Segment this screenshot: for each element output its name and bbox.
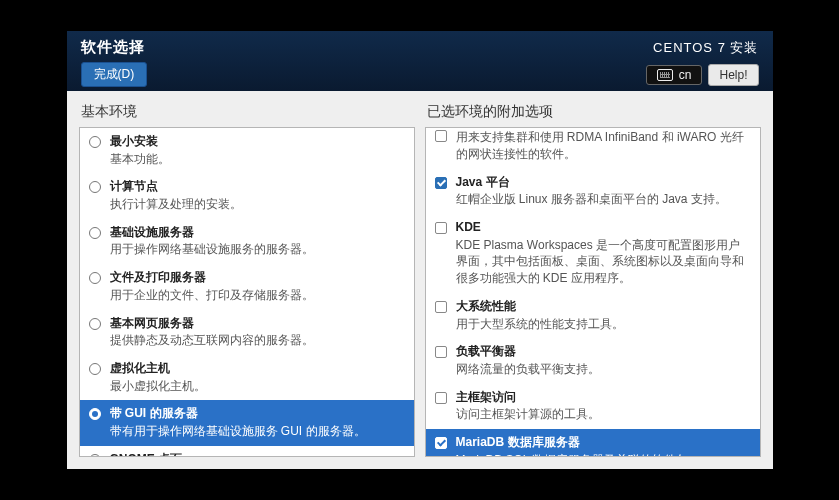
item-desc: 红帽企业版 Linux 服务器和桌面平台的 Java 支持。 <box>456 191 752 208</box>
item-label: 带 GUI 的服务器 <box>110 406 406 422</box>
brand-label: CENTOS 7 安装 <box>653 39 758 57</box>
item-label: 主框架访问 <box>456 390 752 406</box>
addon-item[interactable]: MariaDB 数据库服务器MariaDB SQL 数据库服务器及关联的软件包。 <box>426 429 760 457</box>
checkbox-icon <box>435 437 447 449</box>
base-env-column: 基本环境 最小安装基本功能。计算节点执行计算及处理的安装。基础设施服务器用于操作… <box>79 101 415 457</box>
header-bottom: 完成(D) cn Help! <box>81 62 759 87</box>
radio-icon <box>89 363 101 375</box>
base-env-item[interactable]: 带 GUI 的服务器带有用于操作网络基础设施服务 GUI 的服务器。 <box>80 400 414 445</box>
item-texts: KDEKDE Plasma Workspaces 是一个高度可配置图形用户界面，… <box>456 220 752 287</box>
item-desc: MariaDB SQL 数据库服务器及关联的软件包。 <box>456 452 752 457</box>
item-texts: GNOME 桌面GNOME 是一个非常直观且用户友好的桌面环境。 <box>110 452 406 457</box>
item-label: 文件及打印服务器 <box>110 270 406 286</box>
base-env-item[interactable]: 计算节点执行计算及处理的安装。 <box>80 173 414 218</box>
checkbox-icon <box>435 346 447 358</box>
base-env-item[interactable]: GNOME 桌面GNOME 是一个非常直观且用户友好的桌面环境。 <box>80 446 414 457</box>
item-desc: 提供静态及动态互联网内容的服务器。 <box>110 332 406 349</box>
item-desc: 网络流量的负载平衡支持。 <box>456 361 752 378</box>
item-texts: Java 平台红帽企业版 Linux 服务器和桌面平台的 Java 支持。 <box>456 175 752 208</box>
page-title: 软件选择 <box>81 38 145 57</box>
addon-title: 已选环境的附加选项 <box>425 101 761 127</box>
checkbox-icon <box>435 222 447 234</box>
keyboard-icon <box>657 69 673 81</box>
item-label: 最小安装 <box>110 134 406 150</box>
base-env-list[interactable]: 最小安装基本功能。计算节点执行计算及处理的安装。基础设施服务器用于操作网络基础设… <box>79 127 415 457</box>
item-texts: InfiniBand 支持用来支持集群和使用 RDMA InfiniBand 和… <box>456 128 752 163</box>
item-texts: 负载平衡器网络流量的负载平衡支持。 <box>456 344 752 377</box>
item-label: KDE <box>456 220 752 236</box>
checkbox-icon <box>435 392 447 404</box>
content: 基本环境 最小安装基本功能。计算节点执行计算及处理的安装。基础设施服务器用于操作… <box>67 91 773 469</box>
addon-list[interactable]: InfiniBand 支持用来支持集群和使用 RDMA InfiniBand 和… <box>425 127 761 457</box>
radio-icon <box>89 318 101 330</box>
item-texts: 基础设施服务器用于操作网络基础设施服务的服务器。 <box>110 225 406 258</box>
keyboard-layout-selector[interactable]: cn <box>646 65 703 85</box>
addon-item[interactable]: 负载平衡器网络流量的负载平衡支持。 <box>426 338 760 383</box>
base-env-item[interactable]: 文件及打印服务器用于企业的文件、打印及存储服务器。 <box>80 264 414 309</box>
item-texts: 文件及打印服务器用于企业的文件、打印及存储服务器。 <box>110 270 406 303</box>
checkbox-icon <box>435 130 447 142</box>
item-label: 大系统性能 <box>456 299 752 315</box>
item-texts: 基本网页服务器提供静态及动态互联网内容的服务器。 <box>110 316 406 349</box>
installer-window: 软件选择 CENTOS 7 安装 完成(D) cn Help! 基本环境 最小安… <box>67 31 773 469</box>
item-texts: 带 GUI 的服务器带有用于操作网络基础设施服务 GUI 的服务器。 <box>110 406 406 439</box>
item-label: MariaDB 数据库服务器 <box>456 435 752 451</box>
checkbox-icon <box>435 177 447 189</box>
item-label: GNOME 桌面 <box>110 452 406 457</box>
item-texts: 大系统性能用于大型系统的性能支持工具。 <box>456 299 752 332</box>
item-label: Java 平台 <box>456 175 752 191</box>
radio-icon <box>89 227 101 239</box>
addon-item[interactable]: KDEKDE Plasma Workspaces 是一个高度可配置图形用户界面，… <box>426 214 760 293</box>
item-texts: 计算节点执行计算及处理的安装。 <box>110 179 406 212</box>
done-button[interactable]: 完成(D) <box>81 62 148 87</box>
item-label: 负载平衡器 <box>456 344 752 360</box>
item-desc: 最小虚拟化主机。 <box>110 378 406 395</box>
base-env-title: 基本环境 <box>79 101 415 127</box>
radio-icon <box>89 181 101 193</box>
item-desc: 带有用于操作网络基础设施服务 GUI 的服务器。 <box>110 423 406 440</box>
addon-column: 已选环境的附加选项 InfiniBand 支持用来支持集群和使用 RDMA In… <box>425 101 761 457</box>
addon-item[interactable]: InfiniBand 支持用来支持集群和使用 RDMA InfiniBand 和… <box>426 128 760 169</box>
item-desc: 访问主框架计算源的工具。 <box>456 406 752 423</box>
item-label: 虚拟化主机 <box>110 361 406 377</box>
keyboard-layout-label: cn <box>679 68 692 82</box>
base-env-item[interactable]: 虚拟化主机最小虚拟化主机。 <box>80 355 414 400</box>
radio-icon <box>89 454 101 457</box>
item-desc: 用于企业的文件、打印及存储服务器。 <box>110 287 406 304</box>
item-desc: 用于大型系统的性能支持工具。 <box>456 316 752 333</box>
item-desc: 用来支持集群和使用 RDMA InfiniBand 和 iWARO 光纤的网状连… <box>456 129 752 163</box>
item-texts: 虚拟化主机最小虚拟化主机。 <box>110 361 406 394</box>
checkbox-icon <box>435 301 447 313</box>
item-label: 基础设施服务器 <box>110 225 406 241</box>
item-texts: MariaDB 数据库服务器MariaDB SQL 数据库服务器及关联的软件包。 <box>456 435 752 457</box>
help-button[interactable]: Help! <box>708 64 758 86</box>
radio-icon <box>89 136 101 148</box>
item-label: 基本网页服务器 <box>110 316 406 332</box>
item-desc: KDE Plasma Workspaces 是一个高度可配置图形用户界面，其中包… <box>456 237 752 287</box>
addon-item[interactable]: 主框架访问访问主框架计算源的工具。 <box>426 384 760 429</box>
item-desc: 执行计算及处理的安装。 <box>110 196 406 213</box>
addon-item[interactable]: 大系统性能用于大型系统的性能支持工具。 <box>426 293 760 338</box>
item-desc: 基本功能。 <box>110 151 406 168</box>
header-top: 软件选择 CENTOS 7 安装 <box>81 37 759 58</box>
item-label: 计算节点 <box>110 179 406 195</box>
base-env-item[interactable]: 基础设施服务器用于操作网络基础设施服务的服务器。 <box>80 219 414 264</box>
item-texts: 主框架访问访问主框架计算源的工具。 <box>456 390 752 423</box>
radio-icon <box>89 408 101 420</box>
base-env-item[interactable]: 基本网页服务器提供静态及动态互联网内容的服务器。 <box>80 310 414 355</box>
base-env-item[interactable]: 最小安装基本功能。 <box>80 128 414 173</box>
radio-icon <box>89 272 101 284</box>
addon-item[interactable]: Java 平台红帽企业版 Linux 服务器和桌面平台的 Java 支持。 <box>426 169 760 214</box>
item-texts: 最小安装基本功能。 <box>110 134 406 167</box>
header-right: cn Help! <box>646 64 759 86</box>
item-desc: 用于操作网络基础设施服务的服务器。 <box>110 241 406 258</box>
header: 软件选择 CENTOS 7 安装 完成(D) cn Help! <box>67 31 773 91</box>
